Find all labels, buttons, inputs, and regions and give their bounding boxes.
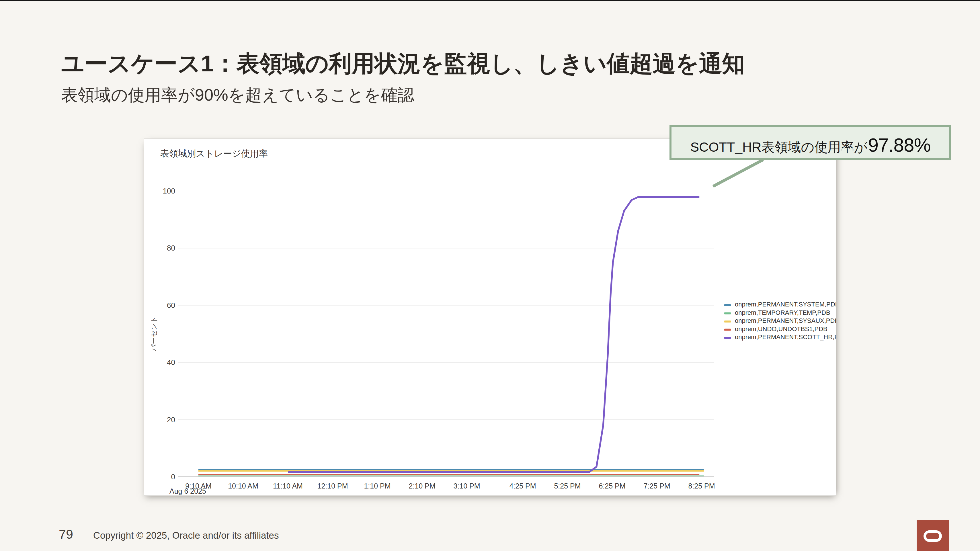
slide-footer: 79 Copyright © 2025, Oracle and/or its a…	[59, 527, 279, 542]
y-tick-label: 0	[171, 472, 175, 481]
threshold-callout: SCOTT_HR表領域の使用率が 97.88%	[670, 125, 951, 160]
y-tick-label: 40	[167, 358, 175, 367]
legend-label: onprem,PERMANENT,SYSTEM,PDB	[735, 301, 836, 308]
x-tick-label: 3:10 PM	[453, 482, 480, 490]
legend-swatch	[724, 337, 731, 339]
x-tick-label: 7:25 PM	[643, 482, 670, 490]
x-tick-label: 2:10 PM	[409, 482, 435, 490]
legend-swatch	[724, 313, 731, 314]
x-tick-label: 10:10 AM	[228, 482, 258, 490]
legend-label: onprem,UNDO,UNDOTBS1,PDB	[735, 326, 827, 333]
x-tick-label: 5:25 PM	[554, 482, 581, 490]
y-tick-label: 20	[167, 415, 175, 424]
y-tick-label: 60	[167, 301, 175, 310]
y-tick-label: 100	[163, 187, 175, 195]
copyright-text: Copyright © 2025, Oracle and/or its affi…	[93, 530, 279, 541]
legend-swatch	[724, 329, 731, 331]
legend-label: onprem,PERMANENT,SCOTT_HR,PDB	[735, 333, 836, 341]
legend-swatch	[724, 321, 731, 322]
legend-label: onprem,PERMANENT,SYSAUX,PDB	[735, 317, 836, 324]
slide-title: ユースケース1：表領域の利用状況を監視し、しきい値超過を通知	[61, 51, 892, 76]
tablespace-usage-chart-panel: 表領域別ストレージ使用率020406080100パーセント9:10 AM10:1…	[144, 138, 836, 495]
slide-subtitle: 表領域の使用率が90%を超えていることを確認	[61, 85, 807, 105]
x-tick-label: 4:25 PM	[509, 482, 536, 490]
y-tick-label: 80	[167, 244, 175, 252]
callout-text: SCOTT_HR表領域の使用率が	[690, 138, 868, 156]
y-axis-label: パーセント	[150, 316, 158, 351]
oracle-logo	[916, 520, 949, 551]
chart-title: 表領域別ストレージ使用率	[160, 149, 268, 159]
legend-swatch	[724, 304, 731, 306]
oracle-o-icon	[924, 530, 942, 542]
usage-line-chart: 表領域別ストレージ使用率020406080100パーセント9:10 AM10:1…	[144, 139, 836, 495]
window-top-edge	[0, 0, 980, 1]
legend-label: onprem,TEMPORARY,TEMP,PDB	[735, 309, 830, 316]
x-tick-label: 6:25 PM	[599, 482, 625, 490]
x-tick-label: 12:10 PM	[317, 482, 348, 490]
page-number: 79	[59, 527, 73, 542]
series-line	[288, 197, 699, 472]
x-tick-label: 1:10 PM	[364, 482, 390, 490]
x-axis-date-label: Aug 6 2025	[169, 487, 206, 495]
callout-value: 97.88%	[868, 134, 931, 156]
x-tick-label: 8:25 PM	[688, 482, 715, 490]
x-tick-label: 11:10 AM	[273, 482, 303, 490]
